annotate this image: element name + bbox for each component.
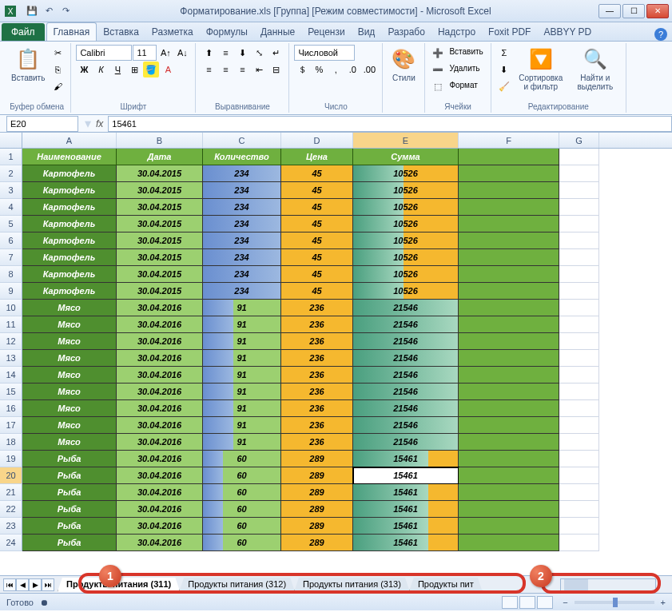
- cell-qty[interactable]: 234: [203, 249, 281, 266]
- col-header-a[interactable]: A: [22, 133, 117, 148]
- autosum-icon[interactable]: Σ: [496, 45, 512, 61]
- cell-qty[interactable]: 234: [203, 232, 281, 249]
- tab-data[interactable]: Данные: [254, 23, 301, 41]
- cell-empty[interactable]: [559, 434, 599, 451]
- cell-name[interactable]: Картофель: [22, 283, 117, 300]
- row-header[interactable]: 19: [0, 451, 22, 467]
- col-header-g[interactable]: G: [559, 133, 599, 148]
- cell-date[interactable]: 30.04.2015: [117, 232, 203, 249]
- decrease-decimal-icon[interactable]: .00: [361, 62, 377, 77]
- row-header[interactable]: 13: [0, 350, 22, 367]
- cell-date[interactable]: 30.04.2016: [117, 400, 203, 417]
- sheet-nav-next[interactable]: ▶: [29, 578, 42, 591]
- delete-cells-label[interactable]: Удалить: [447, 62, 482, 77]
- row-header[interactable]: 10: [0, 300, 22, 316]
- sheet-tab[interactable]: Продукты питания (312): [179, 578, 295, 592]
- view-pagebreak-icon[interactable]: [537, 596, 553, 609]
- sheet-tab[interactable]: Продукты пит: [409, 578, 483, 592]
- cell-sum[interactable]: 21546: [353, 350, 459, 367]
- cell-empty[interactable]: [459, 501, 559, 518]
- cell-date[interactable]: 30.04.2015: [117, 182, 203, 199]
- tab-foxit[interactable]: Foxit PDF: [482, 23, 537, 41]
- cell-sum[interactable]: 21546: [353, 417, 459, 434]
- tab-abbyy[interactable]: ABBYY PD: [537, 23, 598, 41]
- cell-date[interactable]: 30.04.2015: [117, 216, 203, 232]
- cell-price[interactable]: 45: [281, 249, 353, 266]
- cell-qty[interactable]: 60: [203, 518, 281, 535]
- increase-decimal-icon[interactable]: .0: [344, 62, 360, 77]
- cell-qty[interactable]: 234: [203, 216, 281, 232]
- cell-empty[interactable]: [459, 165, 559, 182]
- cell-qty[interactable]: 60: [203, 467, 281, 484]
- wrap-text-icon[interactable]: ↵: [268, 45, 284, 61]
- col-header-c[interactable]: C: [203, 133, 281, 148]
- cell-price[interactable]: 236: [281, 316, 353, 333]
- tab-insert[interactable]: Вставка: [97, 23, 145, 41]
- cell-date[interactable]: 30.04.2016: [117, 501, 203, 518]
- cell-name[interactable]: Рыба: [22, 518, 117, 535]
- indent-dec-icon[interactable]: ⇤: [251, 62, 267, 77]
- cell-price[interactable]: 289: [281, 535, 353, 551]
- cell-qty[interactable]: 234: [203, 283, 281, 300]
- row-header[interactable]: 20: [0, 467, 22, 484]
- cell-name[interactable]: Мясо: [22, 316, 117, 333]
- align-middle-icon[interactable]: ≡: [217, 45, 233, 61]
- cell-name[interactable]: Картофель: [22, 232, 117, 249]
- sort-filter-button[interactable]: 🔽 Сортировка и фильтр: [514, 45, 568, 101]
- cell-date[interactable]: 30.04.2016: [117, 350, 203, 367]
- cell-empty[interactable]: [559, 266, 599, 283]
- row-header[interactable]: 15: [0, 384, 22, 400]
- cell-empty[interactable]: [459, 367, 559, 384]
- row-header[interactable]: 2: [0, 165, 22, 182]
- cell-date[interactable]: 30.04.2015: [117, 283, 203, 300]
- cell-sum[interactable]: 15461: [353, 484, 459, 501]
- row-header[interactable]: 21: [0, 484, 22, 501]
- cell-empty[interactable]: [559, 367, 599, 384]
- cell-empty[interactable]: [459, 518, 559, 535]
- cell-date[interactable]: 30.04.2016: [117, 316, 203, 333]
- cell-empty[interactable]: [559, 232, 599, 249]
- cell-empty[interactable]: [459, 350, 559, 367]
- cell-qty[interactable]: 91: [203, 400, 281, 417]
- cell-date[interactable]: 30.04.2016: [117, 300, 203, 316]
- redo-icon[interactable]: ↷: [58, 4, 73, 18]
- clear-icon[interactable]: 🧹: [496, 78, 512, 94]
- cell-price[interactable]: 45: [281, 199, 353, 216]
- cell-name[interactable]: Мясо: [22, 350, 117, 367]
- cell-empty[interactable]: [459, 232, 559, 249]
- save-icon[interactable]: 💾: [25, 4, 39, 18]
- row-header[interactable]: 11: [0, 316, 22, 333]
- col-header-f[interactable]: F: [459, 133, 559, 148]
- decrease-font-icon[interactable]: A↓: [174, 45, 190, 61]
- cell-qty[interactable]: 91: [203, 434, 281, 451]
- row-header[interactable]: 22: [0, 501, 22, 518]
- paste-button[interactable]: 📋 Вставить: [8, 45, 48, 101]
- cell-empty[interactable]: [459, 451, 559, 467]
- formula-input[interactable]: 15461: [108, 116, 672, 132]
- cell-empty[interactable]: [559, 216, 599, 232]
- cell-empty[interactable]: [559, 199, 599, 216]
- delete-cells-icon[interactable]: ➖: [430, 62, 446, 77]
- copy-icon[interactable]: ⎘: [50, 62, 66, 77]
- cell-qty[interactable]: 60: [203, 535, 281, 551]
- cell-sum[interactable]: 21546: [353, 367, 459, 384]
- cell-empty[interactable]: [559, 417, 599, 434]
- border-icon[interactable]: ⊞: [126, 62, 142, 77]
- zoom-out-icon[interactable]: −: [563, 598, 567, 607]
- cell-qty[interactable]: 91: [203, 350, 281, 367]
- fill-color-icon[interactable]: 🪣: [143, 62, 159, 77]
- cell-empty[interactable]: [559, 165, 599, 182]
- cell-sum[interactable]: 15461: [353, 451, 459, 467]
- align-right-icon[interactable]: ≡: [234, 62, 250, 77]
- cell-sum[interactable]: 10526: [353, 199, 459, 216]
- cell-empty[interactable]: [559, 333, 599, 350]
- view-layout-icon[interactable]: [519, 596, 535, 609]
- table-header[interactable]: Количество: [203, 149, 281, 165]
- cell-price[interactable]: 45: [281, 182, 353, 199]
- align-center-icon[interactable]: ≡: [217, 62, 233, 77]
- cell-empty[interactable]: [459, 199, 559, 216]
- row-header[interactable]: 4: [0, 199, 22, 216]
- cell-empty[interactable]: [459, 216, 559, 232]
- col-header-d[interactable]: D: [281, 133, 353, 148]
- cell-price[interactable]: 289: [281, 501, 353, 518]
